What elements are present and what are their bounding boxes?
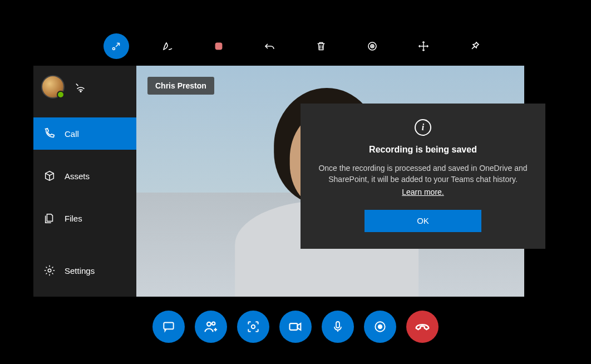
chat-button[interactable] (152, 311, 185, 343)
sidebar-item-label: Files (65, 214, 82, 223)
dialog-body: Once the recording is processed and save… (316, 163, 530, 185)
info-icon: i (415, 119, 431, 136)
learn-more-link[interactable]: Learn more. (402, 188, 444, 196)
collapse-button[interactable] (104, 33, 129, 59)
mic-toggle-button[interactable] (322, 311, 354, 343)
svg-rect-7 (164, 322, 173, 329)
svg-point-0 (112, 48, 115, 50)
files-icon (43, 212, 56, 224)
sidebar: Call Assets Files (33, 66, 136, 297)
move-icon[interactable] (411, 33, 436, 59)
sidebar-item-settings[interactable]: Settings (33, 254, 136, 287)
add-participant-button[interactable] (195, 311, 227, 343)
sidebar-header (33, 66, 136, 107)
svg-rect-1 (215, 43, 223, 50)
sidebar-item-label: Settings (65, 266, 95, 276)
sidebar-item-files[interactable]: Files (33, 202, 136, 234)
call-controls (0, 311, 591, 343)
sidebar-item-call[interactable]: Call (33, 117, 136, 150)
svg-point-14 (378, 325, 382, 329)
sidebar-item-label: Assets (65, 171, 90, 181)
svg-point-5 (80, 91, 81, 92)
record-button[interactable] (364, 311, 396, 343)
sidebar-item-label: Call (65, 129, 79, 139)
gear-icon (43, 264, 56, 277)
sidebar-item-assets[interactable]: Assets (33, 160, 136, 192)
hangup-button[interactable] (406, 311, 439, 343)
screenshot-button[interactable] (237, 311, 269, 343)
target-icon[interactable] (359, 33, 385, 59)
svg-point-9 (212, 322, 215, 324)
svg-point-8 (207, 322, 211, 326)
recording-saved-dialog: i Recording is being saved Once the reco… (301, 104, 545, 249)
dialog-title: Recording is being saved (369, 145, 477, 155)
box-icon (43, 170, 56, 182)
video-toggle-button[interactable] (279, 311, 312, 343)
undo-icon[interactable] (257, 33, 283, 59)
svg-rect-11 (290, 323, 298, 330)
top-toolbar (0, 33, 591, 59)
svg-point-4 (372, 46, 373, 47)
trash-icon[interactable] (308, 33, 334, 59)
svg-rect-12 (336, 322, 339, 328)
phone-icon (43, 127, 56, 140)
participant-name-tag: Chris Preston (147, 77, 214, 95)
pen-icon[interactable] (155, 33, 180, 59)
pin-icon[interactable] (462, 33, 487, 59)
stop-record-icon[interactable] (206, 33, 232, 59)
svg-point-10 (252, 325, 255, 329)
svg-point-6 (48, 269, 51, 272)
wifi-icon (75, 81, 87, 93)
user-avatar[interactable] (41, 75, 65, 99)
presence-indicator (57, 91, 65, 99)
ok-button[interactable]: OK (365, 210, 481, 232)
